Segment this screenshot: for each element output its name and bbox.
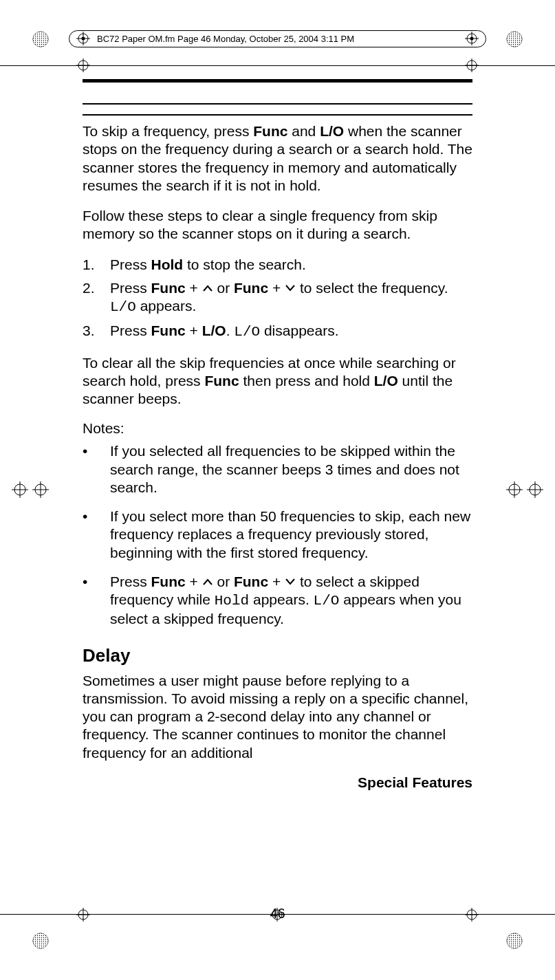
step-1: 1. Press Hold to stop the search. xyxy=(83,256,472,274)
reg-mark-top-right-inline xyxy=(465,58,479,72)
para-follow-steps: Follow these steps to clear a single fre… xyxy=(83,207,472,243)
reg-mark-bl xyxy=(32,933,49,949)
para-clear-all: To clear all the skip frequencies at onc… xyxy=(83,354,472,409)
svg-point-1 xyxy=(33,32,48,47)
notes-list: • If you selected all frequencies to be … xyxy=(83,442,472,628)
reg-mark-tr xyxy=(506,31,523,47)
note-1: • If you selected all frequencies to be … xyxy=(83,442,472,497)
reg-mark-head-right xyxy=(465,32,479,45)
note-3: • Press Func + or Func + to select a ski… xyxy=(83,573,472,629)
reg-mark-ml2 xyxy=(32,481,49,498)
reg-mark-tl xyxy=(32,31,49,47)
reg-mark-ml xyxy=(12,481,28,498)
rule-thin-2 xyxy=(83,114,472,116)
running-head-container: BC72 Paper OM.fm Page 46 Monday, October… xyxy=(69,30,486,47)
svg-point-50 xyxy=(470,37,474,41)
heading-delay: Delay xyxy=(83,645,472,666)
step-2: 2. Press Func + or Func + to select the … xyxy=(83,279,472,317)
chevron-up-icon xyxy=(202,284,213,292)
svg-point-9 xyxy=(33,933,48,948)
para-skip-freq: To skip a frequency, press Func and L/O … xyxy=(83,122,472,195)
svg-point-13 xyxy=(507,933,522,948)
rule-thin xyxy=(83,103,472,105)
note-2: • If you select more than 50 frequencies… xyxy=(83,508,472,562)
running-head-text: BC72 Paper OM.fm Page 46 Monday, October… xyxy=(97,34,354,44)
reg-mark-top-left-inline xyxy=(76,58,90,72)
para-delay: Sometimes a user might pause before repl… xyxy=(83,672,472,762)
notes-label: Notes: xyxy=(83,420,472,437)
step-3: 3. Press Func + L/O. L/O disappears. xyxy=(83,322,472,341)
reg-mark-mr2 xyxy=(506,481,523,498)
chevron-down-icon xyxy=(285,284,296,292)
reg-mark-mr xyxy=(527,481,543,498)
page-number: 46 xyxy=(83,906,472,922)
section-footer: Special Features xyxy=(83,774,472,791)
chevron-down-icon xyxy=(285,578,296,586)
svg-point-46 xyxy=(82,37,85,41)
reg-mark-br xyxy=(506,933,523,949)
ordered-steps: 1. Press Hold to stop the search. 2. Pre… xyxy=(83,256,472,342)
rule-thick xyxy=(83,79,472,83)
reg-mark-head-left xyxy=(76,32,90,45)
page-content: To skip a frequency, press Func and L/O … xyxy=(83,79,472,918)
svg-point-5 xyxy=(507,32,522,47)
chevron-up-icon xyxy=(202,578,213,586)
